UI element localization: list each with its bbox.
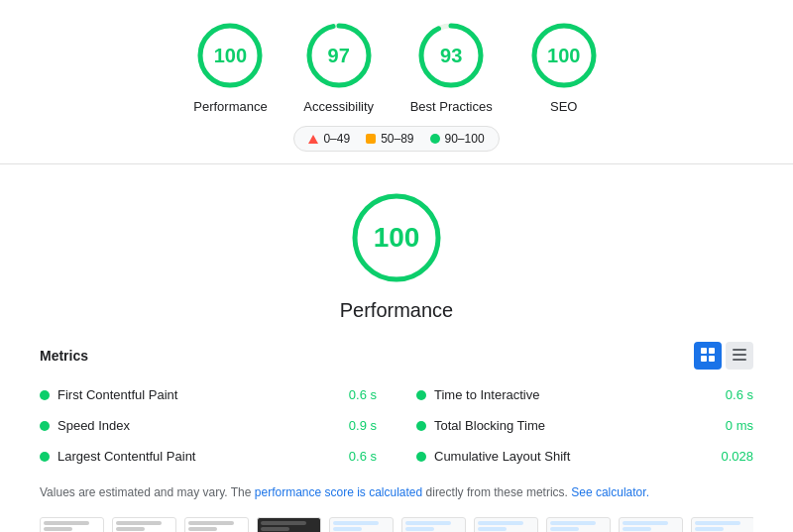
metric-dot-tti [416, 390, 426, 400]
thumbnail-7 [474, 517, 538, 532]
metric-dot-si [40, 421, 50, 431]
svg-rect-12 [701, 356, 707, 362]
note-text: Values are estimated and may vary. The p… [40, 483, 753, 501]
thumbnails-row [40, 517, 753, 532]
grid-view-button[interactable] [694, 342, 722, 370]
metric-value-fcp: 0.6 s [349, 387, 377, 402]
metrics-header: Metrics [40, 342, 753, 370]
metric-left-tbt: Total Blocking Time [416, 418, 545, 433]
legend-icon-fail [308, 135, 318, 144]
thumbnail-9 [619, 517, 683, 532]
thumbnail-8 [546, 517, 611, 532]
svg-rect-13 [709, 356, 715, 362]
metric-value-cls: 0.028 [721, 449, 753, 464]
thumbnail-10 [691, 517, 753, 532]
legend-label-average: 50–89 [381, 132, 413, 146]
metric-row-cls: Cumulative Layout Shift 0.028 [416, 445, 753, 468]
score-value-seo: 100 [547, 45, 580, 67]
thumbnail-2 [112, 517, 176, 532]
note-link-score[interactable]: performance score is calculated [255, 485, 422, 499]
score-value-best-practices: 93 [440, 45, 462, 67]
legend-icon-pass [430, 134, 440, 144]
score-item-performance: 100 Performance [193, 20, 267, 114]
legend-label-fail: 0–49 [323, 132, 350, 146]
legend-item-average: 50–89 [366, 132, 413, 146]
svg-rect-15 [733, 354, 746, 356]
score-item-best-practices: 93 Best Practices [410, 20, 493, 114]
score-value-performance: 100 [214, 45, 247, 67]
legend-row: 0–49 50–89 90–100 [293, 126, 499, 152]
list-view-icon [733, 348, 746, 365]
metric-row-si: Speed Index 0.9 s [40, 414, 377, 437]
metrics-grid: First Contentful Paint 0.6 s Time to Int… [40, 383, 753, 468]
score-label-performance: Performance [193, 99, 267, 114]
grid-view-icon [701, 348, 715, 365]
metric-left-lcp: Largest Contentful Paint [40, 449, 195, 464]
metric-name-lcp: Largest Contentful Paint [57, 449, 195, 464]
score-item-seo: 100 SEO [528, 20, 600, 114]
scores-section: 100 Performance 97 Accessibility [0, 0, 793, 164]
metric-left-fcp: First Contentful Paint [40, 387, 177, 402]
big-score-title: Performance [340, 299, 454, 322]
big-score-value: 100 [374, 222, 420, 254]
metric-dot-fcp [40, 390, 50, 400]
svg-rect-11 [709, 348, 715, 354]
metric-row-tbt: Total Blocking Time 0 ms [416, 414, 753, 437]
score-item-accessibility: 97 Accessibility [303, 20, 375, 114]
score-label-accessibility: Accessibility [303, 99, 374, 114]
thumbnail-6 [401, 517, 466, 532]
metric-value-tti: 0.6 s [726, 387, 753, 402]
metric-dot-cls [416, 452, 426, 462]
score-label-seo: SEO [550, 99, 577, 114]
metric-left-si: Speed Index [40, 418, 130, 433]
score-circle-accessibility: 97 [303, 20, 375, 91]
metric-value-lcp: 0.6 s [349, 449, 377, 464]
main-section: 100 Performance Metrics [0, 164, 793, 532]
note-middle: directly from these metrics. [422, 485, 571, 499]
metric-name-cls: Cumulative Layout Shift [434, 449, 570, 464]
metric-value-si: 0.9 s [349, 418, 377, 433]
metric-left-tti: Time to Interactive [416, 387, 539, 402]
metric-dot-tbt [416, 421, 426, 431]
note-link-calculator[interactable]: See calculator. [571, 485, 649, 499]
score-circle-best-practices: 93 [415, 20, 487, 91]
metric-value-tbt: 0 ms [726, 418, 753, 433]
big-score-wrapper: 100 Performance [40, 188, 753, 322]
metric-row-fcp: First Contentful Paint 0.6 s [40, 383, 377, 406]
metric-row-lcp: Largest Contentful Paint 0.6 s [40, 445, 377, 468]
svg-rect-16 [733, 359, 746, 361]
scores-row: 100 Performance 97 Accessibility [193, 20, 600, 114]
list-view-button[interactable] [726, 342, 753, 370]
score-value-accessibility: 97 [328, 45, 350, 67]
metric-name-tti: Time to Interactive [434, 387, 539, 402]
legend-item-fail: 0–49 [308, 132, 350, 146]
thumbnail-5 [329, 517, 394, 532]
metric-row-tti: Time to Interactive 0.6 s [416, 383, 753, 406]
big-score-circle: 100 [347, 188, 446, 287]
legend-label-pass: 90–100 [445, 132, 485, 146]
note-prefix: Values are estimated and may vary. The [40, 485, 255, 499]
view-toggle [694, 342, 753, 370]
thumbnail-3 [184, 517, 249, 532]
thumbnail-1 [40, 517, 104, 532]
metric-left-cls: Cumulative Layout Shift [416, 449, 570, 464]
metric-name-fcp: First Contentful Paint [57, 387, 177, 402]
score-circle-seo: 100 [528, 20, 600, 91]
metric-dot-lcp [40, 452, 50, 462]
legend-item-pass: 90–100 [430, 132, 485, 146]
metric-name-tbt: Total Blocking Time [434, 418, 545, 433]
score-label-best-practices: Best Practices [410, 99, 493, 114]
svg-rect-14 [733, 349, 746, 351]
thumbnail-4 [257, 517, 321, 532]
score-circle-performance: 100 [194, 20, 266, 91]
legend-icon-average [366, 134, 376, 144]
metric-name-si: Speed Index [57, 418, 130, 433]
svg-rect-10 [701, 348, 707, 354]
metrics-title: Metrics [40, 348, 88, 364]
